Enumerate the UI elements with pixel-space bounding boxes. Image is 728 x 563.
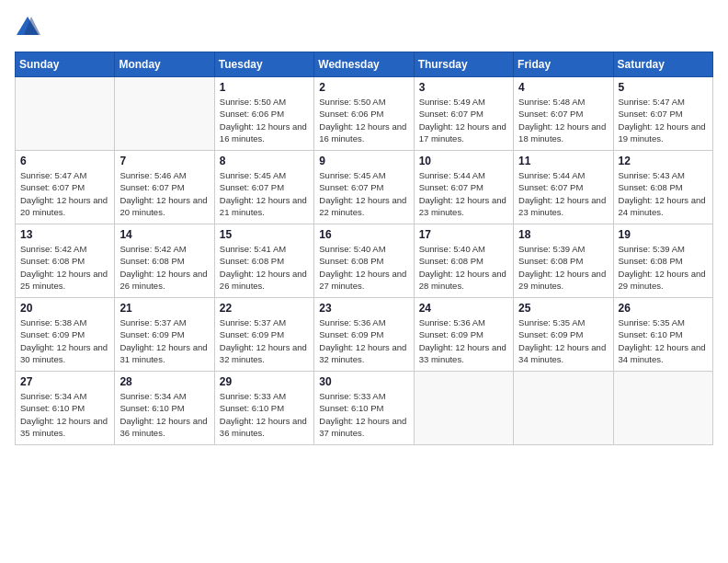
week-row: 6Sunrise: 5:47 AM Sunset: 6:07 PM Daylig…	[16, 151, 713, 224]
week-row: 13Sunrise: 5:42 AM Sunset: 6:08 PM Dayli…	[16, 224, 713, 298]
day-info: Sunrise: 5:46 AM Sunset: 6:07 PM Dayligh…	[119, 169, 209, 218]
day-number: 13	[20, 228, 109, 241]
day-info: Sunrise: 5:43 AM Sunset: 6:08 PM Dayligh…	[619, 169, 708, 218]
day-info: Sunrise: 5:44 AM Sunset: 6:07 PM Dayligh…	[518, 169, 608, 218]
day-number: 15	[220, 228, 309, 241]
calendar-cell: 26Sunrise: 5:35 AM Sunset: 6:10 PM Dayli…	[613, 298, 712, 372]
header-day: Thursday	[414, 52, 513, 77]
day-info: Sunrise: 5:36 AM Sunset: 6:09 PM Dayligh…	[419, 316, 508, 365]
day-number: 28	[119, 375, 209, 388]
day-number: 3	[419, 81, 508, 94]
day-number: 27	[20, 375, 109, 388]
day-info: Sunrise: 5:50 AM Sunset: 6:06 PM Dayligh…	[319, 96, 408, 144]
calendar-cell: 22Sunrise: 5:37 AM Sunset: 6:09 PM Dayli…	[214, 298, 313, 372]
day-info: Sunrise: 5:33 AM Sunset: 6:10 PM Dayligh…	[319, 390, 408, 439]
day-number: 17	[419, 228, 508, 241]
day-info: Sunrise: 5:47 AM Sunset: 6:07 PM Dayligh…	[619, 96, 708, 144]
day-number: 21	[119, 302, 209, 315]
calendar-cell: 1Sunrise: 5:50 AM Sunset: 6:06 PM Daylig…	[214, 77, 313, 151]
calendar-cell: 30Sunrise: 5:33 AM Sunset: 6:10 PM Dayli…	[314, 372, 414, 445]
day-info: Sunrise: 5:49 AM Sunset: 6:07 PM Dayligh…	[419, 96, 508, 144]
day-number: 10	[419, 155, 508, 167]
day-number: 5	[619, 81, 708, 94]
day-number: 2	[319, 81, 408, 94]
calendar-cell: 5Sunrise: 5:47 AM Sunset: 6:07 PM Daylig…	[613, 77, 712, 151]
week-row: 20Sunrise: 5:38 AM Sunset: 6:09 PM Dayli…	[16, 298, 713, 372]
day-info: Sunrise: 5:37 AM Sunset: 6:09 PM Dayligh…	[220, 316, 309, 365]
calendar-cell: 24Sunrise: 5:36 AM Sunset: 6:09 PM Dayli…	[414, 298, 513, 372]
calendar-body: 1Sunrise: 5:50 AM Sunset: 6:06 PM Daylig…	[16, 77, 713, 445]
day-number: 14	[119, 228, 209, 241]
calendar-cell: 12Sunrise: 5:43 AM Sunset: 6:08 PM Dayli…	[613, 151, 712, 224]
calendar-cell: 3Sunrise: 5:49 AM Sunset: 6:07 PM Daylig…	[414, 77, 513, 151]
day-number: 4	[518, 81, 608, 94]
calendar-cell	[115, 77, 214, 151]
day-number: 22	[220, 302, 309, 315]
calendar-cell: 9Sunrise: 5:45 AM Sunset: 6:07 PM Daylig…	[314, 151, 414, 224]
day-info: Sunrise: 5:41 AM Sunset: 6:08 PM Dayligh…	[220, 243, 309, 292]
day-info: Sunrise: 5:40 AM Sunset: 6:08 PM Dayligh…	[319, 243, 408, 292]
day-info: Sunrise: 5:45 AM Sunset: 6:07 PM Dayligh…	[220, 169, 309, 218]
day-number: 19	[619, 228, 708, 241]
calendar-cell: 10Sunrise: 5:44 AM Sunset: 6:07 PM Dayli…	[414, 151, 513, 224]
calendar-cell: 14Sunrise: 5:42 AM Sunset: 6:08 PM Dayli…	[115, 224, 214, 298]
calendar-cell: 17Sunrise: 5:40 AM Sunset: 6:08 PM Dayli…	[414, 224, 513, 298]
day-info: Sunrise: 5:37 AM Sunset: 6:09 PM Dayligh…	[119, 316, 209, 365]
day-info: Sunrise: 5:36 AM Sunset: 6:09 PM Dayligh…	[319, 316, 408, 365]
calendar-cell: 25Sunrise: 5:35 AM Sunset: 6:09 PM Dayli…	[514, 298, 613, 372]
page-header	[15, 15, 713, 40]
calendar-header: SundayMondayTuesdayWednesdayThursdayFrid…	[16, 52, 713, 77]
calendar-cell: 13Sunrise: 5:42 AM Sunset: 6:08 PM Dayli…	[16, 224, 115, 298]
calendar-cell: 7Sunrise: 5:46 AM Sunset: 6:07 PM Daylig…	[115, 151, 214, 224]
day-number: 20	[20, 302, 109, 315]
header-day: Sunday	[16, 52, 115, 77]
header-day: Saturday	[613, 52, 712, 77]
day-number: 12	[619, 155, 708, 167]
calendar-cell	[514, 372, 613, 445]
calendar-cell: 20Sunrise: 5:38 AM Sunset: 6:09 PM Dayli…	[16, 298, 115, 372]
calendar-cell: 8Sunrise: 5:45 AM Sunset: 6:07 PM Daylig…	[214, 151, 313, 224]
day-number: 9	[319, 155, 408, 167]
calendar-cell: 28Sunrise: 5:34 AM Sunset: 6:10 PM Dayli…	[115, 372, 214, 445]
week-row: 1Sunrise: 5:50 AM Sunset: 6:06 PM Daylig…	[16, 77, 713, 151]
calendar-cell: 15Sunrise: 5:41 AM Sunset: 6:08 PM Dayli…	[214, 224, 313, 298]
calendar-cell: 29Sunrise: 5:33 AM Sunset: 6:10 PM Dayli…	[214, 372, 313, 445]
calendar-cell: 19Sunrise: 5:39 AM Sunset: 6:08 PM Dayli…	[613, 224, 712, 298]
calendar-cell: 21Sunrise: 5:37 AM Sunset: 6:09 PM Dayli…	[115, 298, 214, 372]
calendar-cell: 18Sunrise: 5:39 AM Sunset: 6:08 PM Dayli…	[514, 224, 613, 298]
day-number: 18	[518, 228, 608, 241]
calendar-cell: 4Sunrise: 5:48 AM Sunset: 6:07 PM Daylig…	[514, 77, 613, 151]
day-number: 23	[319, 302, 408, 315]
day-info: Sunrise: 5:44 AM Sunset: 6:07 PM Dayligh…	[419, 169, 508, 218]
day-number: 24	[419, 302, 508, 315]
day-number: 6	[20, 155, 109, 167]
day-info: Sunrise: 5:35 AM Sunset: 6:10 PM Dayligh…	[619, 316, 708, 365]
logo-icon	[15, 15, 40, 40]
day-info: Sunrise: 5:42 AM Sunset: 6:08 PM Dayligh…	[20, 243, 109, 292]
day-number: 11	[518, 155, 608, 167]
day-info: Sunrise: 5:39 AM Sunset: 6:08 PM Dayligh…	[619, 243, 708, 292]
day-info: Sunrise: 5:42 AM Sunset: 6:08 PM Dayligh…	[119, 243, 209, 292]
day-number: 26	[619, 302, 708, 315]
day-number: 30	[319, 375, 408, 388]
calendar-cell: 6Sunrise: 5:47 AM Sunset: 6:07 PM Daylig…	[16, 151, 115, 224]
day-info: Sunrise: 5:38 AM Sunset: 6:09 PM Dayligh…	[20, 316, 109, 365]
calendar-cell	[414, 372, 513, 445]
calendar-table: SundayMondayTuesdayWednesdayThursdayFrid…	[15, 52, 713, 445]
header-day: Wednesday	[314, 52, 414, 77]
day-info: Sunrise: 5:50 AM Sunset: 6:06 PM Dayligh…	[220, 96, 309, 144]
header-day: Friday	[514, 52, 613, 77]
day-info: Sunrise: 5:48 AM Sunset: 6:07 PM Dayligh…	[518, 96, 608, 144]
day-number: 1	[220, 81, 309, 94]
day-number: 8	[220, 155, 309, 167]
day-info: Sunrise: 5:33 AM Sunset: 6:10 PM Dayligh…	[220, 390, 309, 439]
calendar-cell: 23Sunrise: 5:36 AM Sunset: 6:09 PM Dayli…	[314, 298, 414, 372]
logo	[15, 15, 44, 40]
header-day: Monday	[115, 52, 214, 77]
calendar-cell: 2Sunrise: 5:50 AM Sunset: 6:06 PM Daylig…	[314, 77, 414, 151]
header-day: Tuesday	[214, 52, 313, 77]
calendar-cell: 11Sunrise: 5:44 AM Sunset: 6:07 PM Dayli…	[514, 151, 613, 224]
day-info: Sunrise: 5:35 AM Sunset: 6:09 PM Dayligh…	[518, 316, 608, 365]
header-row: SundayMondayTuesdayWednesdayThursdayFrid…	[16, 52, 713, 77]
calendar-cell: 27Sunrise: 5:34 AM Sunset: 6:10 PM Dayli…	[16, 372, 115, 445]
